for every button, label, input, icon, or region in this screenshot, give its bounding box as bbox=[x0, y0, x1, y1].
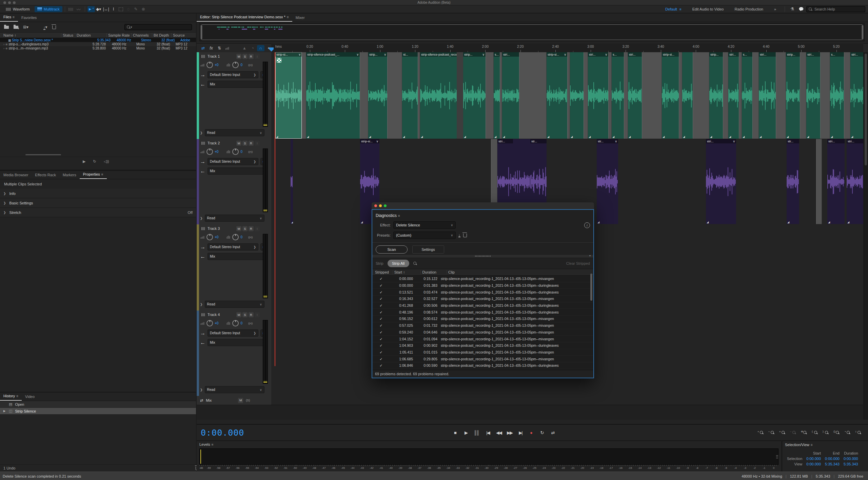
clip-header[interactable]: strip-si... bbox=[662, 52, 679, 57]
clip-header[interactable]: str...∨ bbox=[597, 139, 618, 143]
play-button[interactable]: ▶ bbox=[462, 430, 471, 435]
clip-header[interactable]: s... bbox=[742, 52, 752, 57]
metering-icon[interactable] bbox=[224, 45, 231, 51]
pause-button[interactable]: ▌▌ bbox=[473, 430, 481, 435]
track-r-button[interactable]: R bbox=[249, 226, 254, 231]
track-r-button[interactable]: R bbox=[249, 54, 254, 59]
clip-gain-icon[interactable]: ◢ bbox=[743, 135, 745, 138]
zoom-in-at-in-point-button[interactable]: ⟨ bbox=[812, 429, 820, 436]
timeline-ruler[interactable]: hms 0:200:401:001:201:402:002:202:403:00… bbox=[271, 43, 863, 53]
clip-header[interactable]: strip... bbox=[709, 52, 723, 57]
audio-clip[interactable] bbox=[418, 52, 420, 139]
fx-rack-icon[interactable]: fx bbox=[208, 45, 215, 51]
audio-clip[interactable]: strip...◢ bbox=[786, 52, 800, 139]
clip-header[interactable]: s... bbox=[830, 52, 844, 57]
text-tool-icon[interactable]: I bbox=[110, 6, 117, 12]
audio-clip[interactable]: stri...◢ bbox=[847, 139, 863, 224]
selview-value[interactable]: 0:00.000 bbox=[804, 456, 823, 461]
track-header-3[interactable]: Track 3MSRI+00((•))→Default Stereo Input… bbox=[197, 224, 272, 311]
audio-clip[interactable]: s...◢ bbox=[494, 52, 500, 139]
clip-gain-icon[interactable]: ◢ bbox=[307, 135, 309, 138]
audio-clip[interactable] bbox=[642, 52, 662, 139]
audio-clip[interactable] bbox=[816, 139, 822, 224]
pan-knob[interactable] bbox=[232, 62, 239, 68]
audio-clip[interactable] bbox=[844, 52, 850, 139]
dialog-close-icon[interactable] bbox=[374, 204, 377, 207]
clip-gain-icon[interactable]: ◢ bbox=[547, 135, 549, 138]
audio-clip[interactable]: s...◢ bbox=[742, 52, 752, 139]
mix-mute-button[interactable]: M bbox=[238, 398, 243, 403]
diagnostic-row[interactable]: ✓1:04.9030:00.902strip-silence-podcast_r… bbox=[372, 342, 593, 349]
diagnostic-row[interactable]: ✓0:00.0000:01.383strip-silence-podcast_r… bbox=[372, 282, 593, 289]
tab-history[interactable]: History≡ bbox=[0, 392, 22, 401]
clip-gain-icon[interactable]: ◢ bbox=[291, 221, 293, 224]
delete-preset-icon[interactable] bbox=[463, 234, 467, 237]
spot-healing-tool-icon[interactable]: ⊗ bbox=[140, 6, 147, 12]
dialog-scrollbar[interactable] bbox=[590, 274, 592, 301]
dialog-title-bar[interactable] bbox=[372, 202, 594, 209]
rewind-button[interactable]: ◀◀ bbox=[494, 430, 503, 435]
automation-mode-select[interactable]: Read∨ bbox=[205, 215, 264, 222]
audio-clip[interactable]: strip...∨◢ bbox=[368, 52, 387, 139]
diagnostic-row[interactable]: ✓0:16.3430:32.527strip-silence-podcast_r… bbox=[372, 296, 593, 302]
track-output-select[interactable]: Mix❯ bbox=[208, 167, 267, 175]
clip-header[interactable]: stri...∨ bbox=[706, 139, 736, 143]
clip-header[interactable]: st... bbox=[402, 52, 418, 57]
track-s-button[interactable]: S bbox=[242, 141, 248, 146]
audio-clip[interactable]: str...∨◢ bbox=[597, 139, 618, 224]
audio-clip[interactable]: strip-si...∨◢ bbox=[547, 52, 567, 139]
files-column-channels[interactable]: Channels bbox=[131, 33, 152, 37]
files-column-bit-depth[interactable]: Bit Depth bbox=[152, 33, 171, 37]
audio-clip[interactable]: strip-silence-podcast_...∨◢ bbox=[306, 52, 360, 139]
diagnostic-row[interactable]: ✓0:48.1960:08.574strip-silence-podcast_r… bbox=[372, 309, 593, 316]
diagnostics-table[interactable]: ✓0:00.0000:15.122strip-silence-podcast_r… bbox=[372, 276, 593, 371]
audio-clip[interactable]: stri...◢ bbox=[628, 52, 642, 139]
expand-icon[interactable]: ❯ bbox=[200, 303, 203, 306]
open-file-icon[interactable] bbox=[4, 26, 9, 29]
clip-header[interactable]: strip-silence-podcast_...∨ bbox=[306, 52, 360, 57]
maximize-window-icon[interactable] bbox=[13, 1, 16, 4]
selview-value[interactable]: 5:35.343 bbox=[842, 461, 860, 467]
clip-gain-icon[interactable]: ◢ bbox=[847, 221, 849, 224]
track-r-button[interactable]: R bbox=[249, 312, 254, 317]
new-item-icon[interactable]: ⊞▾ bbox=[23, 25, 28, 29]
clip-header[interactable]: stri... bbox=[628, 52, 642, 57]
automation-mode-select[interactable]: Read∨ bbox=[205, 301, 264, 308]
preview-play-icon[interactable]: ▶ bbox=[83, 159, 85, 164]
audio-clip[interactable] bbox=[624, 52, 628, 139]
loop-playback-button[interactable]: ↻ bbox=[538, 430, 547, 435]
audio-clip[interactable]: stri...◢ bbox=[759, 52, 776, 139]
clip-gain-icon[interactable]: ◢ bbox=[787, 221, 789, 224]
audio-clip[interactable]: stri...◢ bbox=[850, 52, 863, 139]
files-hscrollbar[interactable] bbox=[0, 154, 196, 156]
track-m-button[interactable]: M bbox=[236, 141, 241, 146]
audio-clip[interactable] bbox=[567, 52, 570, 139]
dialog-minimize-icon[interactable] bbox=[379, 204, 382, 207]
clip-header[interactable]: str... bbox=[530, 139, 547, 143]
selview-value[interactable]: 0:00.000 bbox=[823, 456, 842, 461]
zoom-navigator[interactable] bbox=[199, 23, 865, 41]
history-item[interactable]: ▤Open bbox=[0, 401, 196, 408]
info-icon[interactable]: i bbox=[584, 222, 590, 228]
clip-header[interactable]: strip-si...∨ bbox=[547, 52, 567, 57]
clip-gain-icon[interactable]: ◢ bbox=[369, 135, 371, 138]
automation-mode-select[interactable]: Read∨ bbox=[205, 129, 264, 136]
clip-gain-icon[interactable]: ◢ bbox=[612, 135, 614, 138]
tracks-vscrollbar[interactable] bbox=[864, 52, 868, 420]
audio-clip[interactable]: s...◢ bbox=[612, 52, 624, 139]
audio-clip[interactable] bbox=[693, 52, 709, 139]
workspace-overflow-button[interactable]: » bbox=[769, 7, 781, 11]
audio-clip[interactable]: stri...◢ bbox=[728, 52, 739, 139]
tab-media-browser[interactable]: Media Browser bbox=[0, 171, 32, 179]
diagnostic-row[interactable]: ✓0:41.2680:00.506strip-silence-podcast_r… bbox=[372, 302, 593, 309]
zoom-reset-button[interactable]: ✛ bbox=[801, 429, 809, 436]
track-output-select[interactable]: Mix❯ bbox=[208, 253, 267, 260]
diagnostic-row[interactable]: ✓1:06.6850:29.805strip-silence-podcast_r… bbox=[372, 356, 593, 362]
delete-file-icon[interactable] bbox=[52, 25, 56, 29]
tab-favorites[interactable]: Favorites bbox=[18, 14, 40, 22]
audio-clip[interactable] bbox=[608, 52, 612, 139]
track-input-select[interactable]: Default Stereo Input❯ bbox=[208, 329, 258, 337]
track-output-select[interactable]: Mix❯ bbox=[208, 339, 267, 346]
track-i-button[interactable]: I bbox=[255, 312, 260, 317]
splitter-handle[interactable]: ▾ bbox=[372, 254, 593, 258]
